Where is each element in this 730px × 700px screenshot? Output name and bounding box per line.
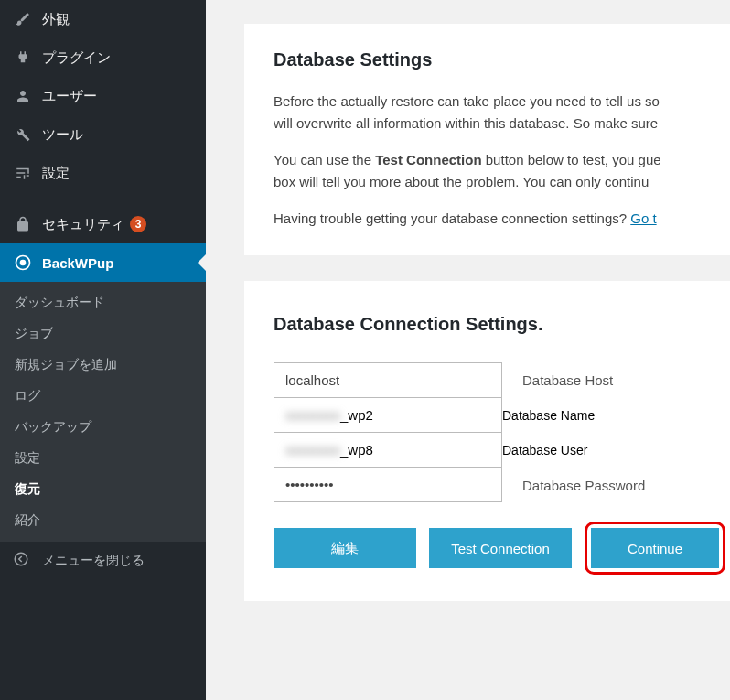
db-pass-input[interactable] (274, 468, 502, 502)
sidebar-item-plugins[interactable]: プラグイン (0, 38, 206, 77)
field-row-name: xxxxxxxx_wp2 Database Name (274, 398, 715, 433)
panel-title: Database Connection Settings. (274, 314, 715, 335)
sidebar-item-label: ユーザー (42, 88, 97, 105)
sidebar-item-settings[interactable]: 設定 (0, 154, 206, 192)
field-row-host: Database Host (274, 362, 715, 398)
collapse-menu[interactable]: メニューを閉じる (0, 542, 206, 580)
field-row-pass: Database Password (274, 468, 715, 502)
sidebar-item-security[interactable]: セキュリティ 3 (0, 205, 206, 243)
sidebar-item-label: ツール (42, 126, 83, 144)
user-icon (13, 86, 33, 106)
svg-point-1 (21, 261, 26, 265)
submenu-restore[interactable]: 復元 (0, 474, 206, 505)
field-row-user: xxxxxxxx_wp8 Database User (274, 433, 715, 468)
backwpup-icon (13, 253, 33, 273)
database-settings-panel: Database Settings Before the actually re… (244, 24, 730, 255)
db-user-input[interactable]: xxxxxxxx_wp8 (274, 433, 502, 468)
sidebar-item-label: セキュリティ (42, 216, 124, 233)
db-name-input[interactable]: xxxxxxxx_wp2 (274, 398, 502, 433)
sidebar-item-label: BackWPup (42, 255, 113, 271)
test-connection-button[interactable]: Test Connection (429, 528, 572, 568)
collapse-icon (13, 551, 33, 571)
help-link[interactable]: Go t (630, 210, 656, 226)
collapse-label: メニューを閉じる (42, 553, 145, 569)
sliders-icon (13, 163, 33, 183)
sidebar-item-backwpup[interactable]: BackWPup (0, 243, 206, 282)
admin-sidebar: 外観 プラグイン ユーザー ツール 設定 セキュリティ 3 B (0, 0, 206, 700)
backwpup-submenu: ダッシュボード ジョブ 新規ジョブを追加 ログ バックアップ 設定 復元 紹介 (0, 282, 206, 542)
svg-point-2 (15, 553, 27, 565)
submenu-add-job[interactable]: 新規ジョブを追加 (0, 350, 206, 381)
paintbrush-icon (13, 9, 33, 29)
panel-title: Database Settings (274, 49, 701, 70)
field-label: Database Name (502, 408, 595, 423)
connection-settings-panel: Database Connection Settings. Database H… (244, 281, 730, 601)
submenu-settings[interactable]: 設定 (0, 443, 206, 474)
continue-button[interactable]: Continue (591, 528, 719, 568)
submenu-jobs[interactable]: ジョブ (0, 318, 206, 350)
panel-text: Before the actually restore can take pla… (274, 91, 701, 135)
main-content: Database Settings Before the actually re… (206, 0, 730, 700)
sidebar-item-appearance[interactable]: 外観 (0, 0, 206, 38)
sidebar-item-tools[interactable]: ツール (0, 115, 206, 154)
submenu-backups[interactable]: バックアップ (0, 412, 206, 443)
field-label: Database User (502, 443, 587, 458)
db-host-input[interactable] (274, 362, 502, 398)
button-row: 編集 Test Connection Continue (274, 528, 722, 568)
wrench-icon (13, 124, 33, 145)
sidebar-item-users[interactable]: ユーザー (0, 77, 206, 115)
sidebar-item-label: 外観 (42, 11, 70, 28)
panel-text: You can use the Test Connection button b… (274, 149, 701, 193)
field-label: Database Password (522, 478, 645, 493)
submenu-about[interactable]: 紹介 (0, 505, 206, 536)
update-badge: 3 (130, 216, 146, 232)
lock-icon (13, 214, 33, 234)
edit-button[interactable]: 編集 (274, 528, 416, 568)
continue-highlight: Continue (585, 522, 725, 575)
submenu-dashboard[interactable]: ダッシュボード (0, 287, 206, 318)
panel-text: Having trouble getting your database con… (274, 208, 701, 230)
plug-icon (13, 48, 33, 68)
sidebar-item-label: 設定 (42, 165, 70, 182)
submenu-logs[interactable]: ログ (0, 381, 206, 412)
sidebar-item-label: プラグイン (42, 49, 111, 67)
field-label: Database Host (522, 372, 613, 388)
